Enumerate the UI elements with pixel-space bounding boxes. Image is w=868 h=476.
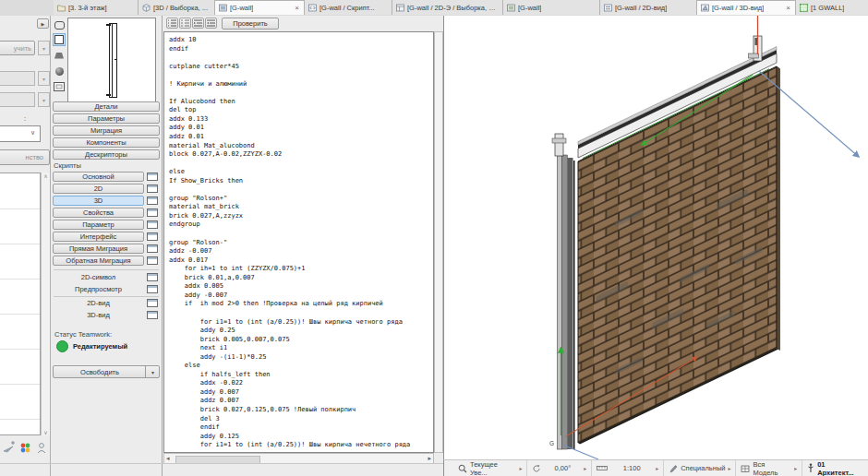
tab-gwall-master[interactable]: [G-wall] × — [215, 0, 305, 15]
left-posts — [558, 152, 575, 449]
list-item[interactable] — [0, 279, 40, 280]
gdl-code-area[interactable]: addx 10 endif cutplane cutter*45 ! Кирпи… — [163, 31, 434, 453]
colors-icon[interactable] — [21, 444, 30, 453]
open-window-icon[interactable] — [147, 273, 158, 281]
open-window-icon[interactable] — [147, 299, 158, 307]
script-parameter-button[interactable]: Параметр — [53, 220, 144, 230]
script-2d-button[interactable]: 2D — [53, 184, 144, 194]
details-button[interactable]: Детали — [53, 101, 160, 112]
scroll-up-icon[interactable]: ∧ — [43, 173, 47, 179]
list-item[interactable] — [0, 314, 40, 315]
chevron-right-icon: ▸ — [584, 465, 586, 471]
close-icon[interactable]: × — [294, 4, 300, 12]
criteria-dropdown-1[interactable]: ▾ — [38, 71, 50, 86]
zoom-status-item[interactable]: Текущее Уве... ▸ — [453, 460, 527, 476]
open-window-icon[interactable] — [147, 196, 158, 205]
preview-picture-item[interactable]: Предпросмотр — [53, 284, 144, 294]
release-button[interactable]: Освободить — [53, 365, 160, 378]
zoom-icon — [458, 464, 467, 473]
send-plus-icon[interactable] — [4, 441, 15, 452]
chevron-down-icon[interactable]: ∨ — [30, 129, 35, 137]
view-2d-item[interactable]: 2D-вид — [53, 298, 144, 308]
migration-button[interactable]: Миграция — [53, 125, 160, 136]
tab-gwall-3d-view[interactable]: [G-wall / 3D-вид] × — [697, 0, 796, 15]
indent-icon[interactable] — [192, 18, 204, 29]
tab-schedule[interactable]: [1 GWALL] — [796, 0, 868, 15]
list-item[interactable] — [0, 349, 40, 350]
script-master-button[interactable]: Основной — [53, 172, 144, 182]
scroll-left-icon[interactable]: ◂ — [166, 455, 170, 462]
script-properties-button[interactable]: Свойства — [53, 208, 144, 218]
user-icon[interactable] — [38, 444, 45, 453]
open-window-icon[interactable] — [147, 173, 158, 181]
descriptors-button[interactable]: Дескрипторы — [53, 149, 160, 160]
scale-value: 1:100 — [623, 464, 641, 472]
open-window-icon[interactable] — [147, 220, 158, 229]
workspace-button[interactable]: нство — [0, 149, 50, 165]
tab-gwall-2d-selection[interactable]: [G-wall / 2D-Э / Выборка, Эта... — [392, 0, 503, 15]
scroll-right-icon[interactable]: ▸ — [428, 455, 431, 462]
rotation-status-item[interactable]: 0,00° ▸ — [527, 460, 592, 476]
expand-button[interactable]: ▶ — [37, 18, 49, 29]
release-dropdown[interactable]: ▾ — [145, 365, 160, 378]
tab-gwall-2d-view[interactable]: [G-wall / 2D-вид] — [600, 0, 697, 15]
bookmark-list-icon[interactable] — [166, 18, 178, 29]
open-window-icon[interactable] — [147, 208, 158, 217]
pen-set-status-item[interactable]: Специальный ▸ — [664, 460, 736, 476]
list-item[interactable] — [0, 419, 40, 420]
preview-2d-view-icon[interactable] — [54, 34, 65, 45]
criteria-combo-1[interactable] — [0, 71, 35, 86]
open-window-icon[interactable] — [147, 184, 158, 193]
open-window-icon[interactable] — [147, 311, 158, 319]
criteria-combo-2[interactable] — [0, 92, 35, 107]
preview-3d-icon[interactable] — [54, 65, 65, 77]
script-interface-button[interactable]: Интерфейс — [53, 232, 144, 242]
close-icon[interactable]: × — [785, 4, 791, 12]
folder-icon — [57, 4, 66, 12]
open-window-icon[interactable] — [147, 285, 158, 293]
view-3d-item[interactable]: 3D-вид — [53, 310, 144, 320]
tab-gwall-2[interactable]: [G-wall] — [503, 0, 600, 15]
criteria-dropdown-2[interactable]: ▾ — [38, 92, 50, 107]
preview-section-icon[interactable] — [54, 50, 65, 61]
teamwork-status-dot — [56, 340, 68, 352]
list-item[interactable] — [0, 208, 40, 209]
item-list[interactable] — [0, 173, 41, 435]
list-scrollbar[interactable]: ∧ ∨ — [41, 173, 50, 435]
symbol-2d-item[interactable]: 2D-символ — [53, 272, 144, 282]
check-script-button[interactable]: Проверить — [222, 18, 279, 30]
get-button[interactable]: учить — [0, 41, 35, 55]
list-item[interactable] — [0, 384, 40, 385]
schedule-icon — [800, 4, 808, 12]
open-window-icon[interactable] — [147, 232, 158, 241]
tab-3d-selection[interactable]: [3D / Выборка, ... — [139, 0, 215, 15]
gdl-code[interactable]: addx 10 endif cutplane cutter*45 ! Кирпи… — [164, 32, 433, 450]
open-window-icon[interactable] — [147, 244, 158, 253]
scale-status-item[interactable]: 1:100 ▸ — [592, 460, 664, 476]
list-item[interactable] — [0, 244, 40, 244]
line-numbers-icon[interactable] — [179, 18, 191, 29]
tab-gwall-script[interactable]: [G-wall / Скрипт... — [305, 0, 392, 15]
parameters-button[interactable]: Параметры — [53, 113, 160, 124]
scripts-section-label: Скрипты — [54, 161, 81, 170]
outdent-icon[interactable] — [205, 18, 217, 29]
preview-2d-symbol-icon[interactable] — [54, 19, 65, 30]
script-fwd-migration-button[interactable]: Прямая Миграция — [53, 244, 144, 254]
rotate-icon — [532, 464, 541, 473]
preview-mode-strip — [52, 18, 66, 104]
tab-floor-plan[interactable]: [3. 3-й этаж] — [54, 0, 139, 15]
script-3d-button[interactable]: 3D — [53, 196, 144, 206]
bottom-divider — [0, 463, 443, 464]
get-dropdown[interactable]: ▾ — [38, 41, 50, 55]
preview-frame-icon[interactable] — [54, 81, 65, 92]
components-button[interactable]: Компоненты — [53, 137, 160, 148]
tab-label: [G-wall / 2D-вид] — [615, 4, 667, 12]
scroll-down-icon[interactable]: ∨ — [43, 429, 47, 435]
open-window-icon[interactable] — [147, 256, 158, 265]
status-bar: Текущее Уве... ▸ 0,00° ▸ 1:100 ▸ Специал… — [443, 459, 868, 476]
layer-status-item[interactable]: 01 Архитект... — [802, 460, 868, 476]
3d-viewport[interactable]: G — [443, 16, 868, 459]
script-bwd-migration-button[interactable]: Обратная Миграция — [53, 256, 144, 266]
model-filter-status-item[interactable]: Вся Модель ▸ — [736, 460, 802, 476]
code-vertical-scrollbar[interactable] — [434, 31, 443, 453]
